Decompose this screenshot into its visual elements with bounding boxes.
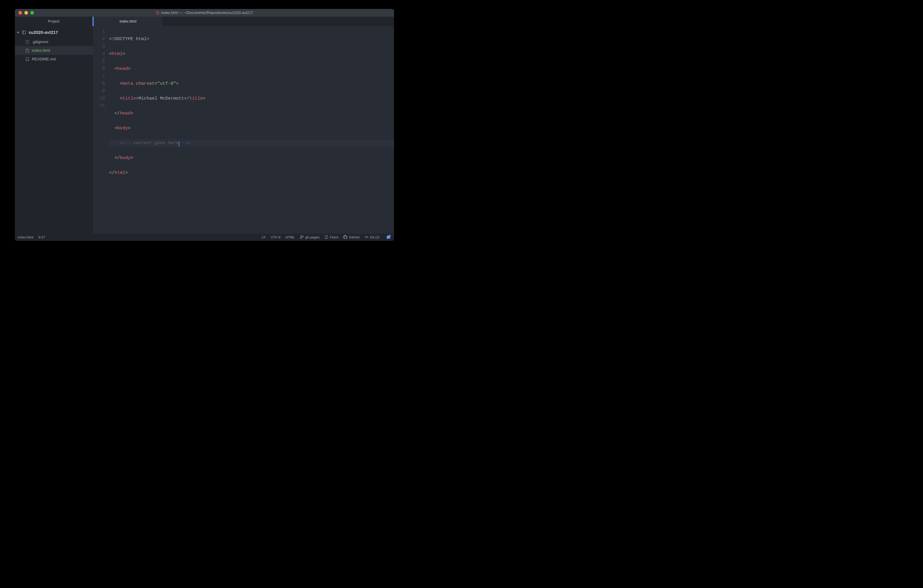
tree-item-gitignore[interactable]: .gitignore	[15, 38, 93, 46]
app-body: Project su2020-avt217 .gitignore	[15, 16, 394, 234]
git-commit-icon	[365, 235, 368, 240]
svg-point-3	[301, 238, 301, 239]
status-file[interactable]: index.html	[18, 235, 33, 239]
repo-icon	[22, 30, 26, 35]
line-number: 4	[93, 50, 105, 57]
sidebar: Project su2020-avt217 .gitignore	[15, 16, 93, 234]
status-bar: index.html 8:27 LF UTF-8 HTML gh-pages F…	[15, 234, 394, 241]
line-number: 9	[93, 87, 105, 95]
book-icon	[25, 57, 30, 62]
zoom-icon[interactable]	[30, 11, 34, 15]
sidebar-tab-project[interactable]: Project	[15, 16, 93, 26]
window-controls	[15, 11, 34, 15]
chevron-down-icon[interactable]	[16, 31, 20, 34]
window-title-text: index.html — ~/Documents/Repositories/su…	[161, 11, 253, 15]
status-fetch[interactable]: Fetch	[324, 235, 338, 240]
status-right: LF UTF-8 HTML gh-pages Fetch GitHub	[262, 235, 391, 240]
svg-point-4	[302, 236, 303, 237]
line-number: 7	[93, 72, 105, 80]
status-branch[interactable]: gh-pages	[300, 235, 320, 240]
github-icon	[343, 235, 347, 240]
window-title: index.html — ~/Documents/Repositories/su…	[15, 11, 394, 15]
status-cursor[interactable]: 8:27	[38, 235, 45, 239]
line-number: 5	[93, 57, 105, 65]
tree-root-label: su2020-avt217	[28, 30, 58, 35]
tree-item-label: .gitignore	[32, 39, 48, 44]
line-number: 11	[93, 102, 105, 110]
tree-item-readme[interactable]: README.md	[15, 55, 93, 63]
status-encoding[interactable]: UTF-8	[271, 235, 281, 239]
editor-pane: index.html 1 2 3 4 5 6 7 8 9 10 11	[93, 16, 394, 234]
sidebar-tab-label: Project	[48, 19, 59, 23]
svg-rect-0	[23, 31, 26, 34]
status-left: index.html 8:27	[18, 235, 45, 239]
line-number: 3	[93, 43, 105, 50]
tree-item-index[interactable]: index.html	[15, 46, 93, 55]
git-branch-icon	[300, 235, 304, 240]
file-icon	[25, 39, 30, 44]
line-number: 10	[93, 95, 105, 102]
refresh-icon	[324, 235, 328, 240]
status-git[interactable]: Git (2)	[365, 235, 379, 240]
svg-point-5	[366, 237, 367, 238]
app-window: index.html — ~/Documents/Repositories/su…	[15, 9, 394, 241]
tree-root[interactable]: su2020-avt217	[15, 27, 93, 38]
tab-index-html[interactable]: index.html	[93, 16, 163, 26]
titlebar[interactable]: index.html — ~/Documents/Repositories/su…	[15, 9, 394, 16]
file-icon	[25, 48, 30, 53]
tab-label: index.html	[120, 19, 136, 23]
line-number: 1	[93, 28, 105, 35]
status-line-ending[interactable]: LF	[262, 235, 266, 239]
line-number: 8	[93, 80, 105, 87]
status-grammar[interactable]: HTML	[286, 235, 295, 239]
status-github[interactable]: GitHub	[343, 235, 360, 240]
file-icon	[156, 11, 159, 15]
editor-tabs: index.html	[93, 16, 394, 26]
line-number: 2	[93, 35, 105, 43]
tree-item-label: README.md	[32, 57, 56, 61]
squirrel-icon[interactable]	[386, 235, 391, 240]
close-icon[interactable]	[18, 11, 22, 15]
minimize-icon[interactable]	[25, 11, 28, 15]
line-number: 6	[93, 65, 105, 72]
svg-point-2	[301, 235, 301, 237]
code-editor[interactable]: 1 2 3 4 5 6 7 8 9 10 11 <!DOCTYPE html> …	[93, 26, 394, 234]
line-gutter: 1 2 3 4 5 6 7 8 9 10 11	[93, 28, 109, 234]
tree-item-label: index.html	[32, 48, 50, 53]
code-content[interactable]: <!DOCTYPE html> <html> <head> <meta char…	[109, 28, 394, 234]
file-tree: su2020-avt217 .gitignore index.html	[15, 26, 93, 63]
